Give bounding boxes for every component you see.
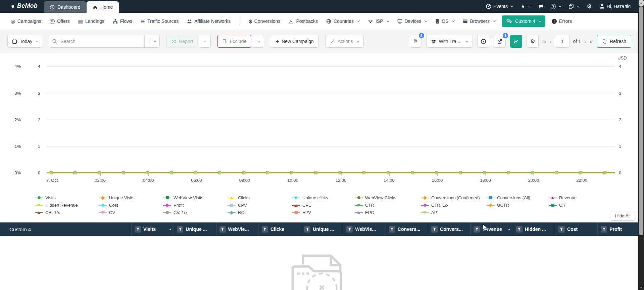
nav-browsers[interactable]: Browsers bbox=[461, 18, 497, 24]
refresh-button[interactable]: Refresh bbox=[597, 35, 631, 48]
nav-os[interactable]: OS bbox=[433, 18, 456, 24]
first-page-button[interactable]: « bbox=[543, 39, 546, 44]
scroll-down-arrow[interactable]: ▼ bbox=[638, 286, 644, 289]
vertical-scrollbar[interactable]: ▲ ▼ bbox=[638, 0, 644, 290]
legend-item-uctr[interactable]: UCTR bbox=[487, 202, 530, 209]
filter-icon[interactable] bbox=[558, 226, 565, 233]
tab-home[interactable]: Home bbox=[87, 1, 119, 13]
column-header-visits[interactable]: Visits▲ bbox=[131, 222, 174, 236]
legend-item-unique-clicks[interactable]: Unique clicks bbox=[292, 194, 328, 201]
legend-item-epv[interactable]: EPV bbox=[292, 209, 328, 216]
nav-offers[interactable]: $ Offers bbox=[48, 18, 72, 24]
legend-item-cpv[interactable]: CPV bbox=[228, 202, 250, 209]
legend-item-ctr-1-x[interactable]: CTR, 1/x bbox=[421, 202, 480, 209]
filter-icon[interactable] bbox=[135, 226, 141, 233]
search-input[interactable] bbox=[49, 35, 160, 48]
column-header-cost[interactable]: Cost bbox=[555, 222, 597, 236]
legend-item-clicks[interactable]: Clicks bbox=[228, 194, 250, 201]
nav-errors[interactable]: ! Errors bbox=[550, 18, 574, 24]
legend-item-cost[interactable]: Cost bbox=[99, 202, 135, 209]
nav-countries[interactable]: Countries bbox=[324, 18, 361, 24]
scroll-up-arrow[interactable]: ▲ bbox=[639, 0, 644, 6]
prev-page-button[interactable]: ‹ bbox=[550, 39, 552, 44]
legend-item-ctr[interactable]: CTR bbox=[355, 202, 396, 209]
column-header-clicks[interactable]: Clicks bbox=[258, 222, 301, 236]
legend-item-conversions-confirmed[interactable]: Conversions (Confirmed) bbox=[421, 194, 480, 201]
last-page-button[interactable]: » bbox=[590, 39, 593, 44]
legend-item-cr[interactable]: CR bbox=[549, 202, 577, 209]
nav-devices[interactable]: Devices bbox=[395, 18, 429, 24]
traffic-filter-dropdown[interactable]: With Tra... bbox=[426, 35, 473, 48]
column-header-convers[interactable]: Convers... bbox=[428, 222, 470, 236]
hide-all-button[interactable]: Hide All bbox=[611, 211, 635, 221]
events-menu[interactable]: Events bbox=[486, 4, 513, 9]
column-header-webvie[interactable]: WebVie... bbox=[216, 222, 258, 236]
nav-campaigns[interactable]: ◎ Campaigns bbox=[9, 18, 43, 24]
legend-item-epc[interactable]: EPC bbox=[355, 209, 396, 216]
nav-postbacks[interactable]: Postbacks bbox=[287, 18, 320, 24]
legend-item-webview-clicks[interactable]: WebView Clicks bbox=[355, 194, 396, 201]
legend-item-roi[interactable]: ROI bbox=[228, 209, 250, 216]
legend-item-cpc[interactable]: CPC bbox=[292, 202, 328, 209]
column-header-revenue[interactable]: Revenue▲ bbox=[470, 222, 512, 236]
favorites-menu[interactable]: ★ bbox=[521, 4, 531, 9]
table-settings-button[interactable]: ⚙ bbox=[527, 35, 539, 48]
docs-menu[interactable] bbox=[568, 4, 579, 9]
nav-isp[interactable]: ISP bbox=[366, 18, 391, 24]
legend-item-profit[interactable]: Profit bbox=[163, 202, 203, 209]
legend-item-cv[interactable]: CV bbox=[99, 209, 135, 216]
actions-button[interactable]: Actions bbox=[325, 35, 364, 48]
legend-item-cr-1-x[interactable]: CR, 1/x bbox=[35, 209, 78, 216]
report-dropdown-button[interactable] bbox=[199, 35, 211, 48]
tab-dashboard[interactable]: Dashboard bbox=[44, 1, 87, 13]
group-column-header[interactable]: Custom 4 bbox=[0, 222, 131, 236]
chat-button[interactable] bbox=[538, 4, 543, 9]
new-campaign-button[interactable]: + New Campaign bbox=[271, 35, 318, 48]
legend-item-conversions-all[interactable]: Conversions (All) bbox=[487, 194, 530, 201]
nav-traffic-sources[interactable]: ⊕ Traffic Sources bbox=[139, 18, 181, 24]
nav-custom-4[interactable]: ⚙⚙ Custom 4 bbox=[502, 15, 545, 27]
filter-icon[interactable] bbox=[389, 226, 395, 233]
column-header-webvie[interactable]: WebVie... bbox=[343, 222, 385, 236]
column-header-hidden[interactable]: Hidden ... bbox=[513, 222, 555, 236]
legend-item-ap[interactable]: AP bbox=[421, 209, 480, 216]
date-range-button[interactable]: Today bbox=[7, 35, 43, 48]
column-header-profit[interactable]: Profit bbox=[597, 222, 640, 236]
legend-item-visits[interactable]: Visits bbox=[35, 194, 78, 201]
export-button[interactable]: $ bbox=[494, 35, 506, 48]
column-header-convers[interactable]: Convers... bbox=[386, 222, 428, 236]
filter-icon[interactable] bbox=[262, 226, 268, 233]
search-type-dropdown[interactable]: T bbox=[144, 35, 160, 48]
nav-conversions[interactable]: $ Conversions bbox=[247, 18, 282, 24]
user-menu[interactable]: Hi, Наталія bbox=[599, 4, 631, 9]
legend-item-hidden-revenue[interactable]: Hidden Revenue bbox=[35, 202, 78, 209]
nav-affiliate-networks[interactable]: Affiliate Networks bbox=[185, 18, 233, 24]
exclude-dropdown-button[interactable] bbox=[252, 35, 264, 48]
next-page-button[interactable]: › bbox=[584, 39, 586, 44]
help-menu[interactable]: ? bbox=[551, 4, 561, 9]
bemob-logo[interactable]: BeMob bbox=[10, 2, 38, 9]
legend-item-cv-1-x[interactable]: CV, 1/x bbox=[163, 209, 203, 216]
filter-icon[interactable] bbox=[304, 226, 310, 233]
legend-item-webview-visits[interactable]: WebView Visits bbox=[163, 194, 203, 201]
filter-icon[interactable] bbox=[601, 226, 607, 233]
column-header-unique[interactable]: Unique ... bbox=[174, 222, 216, 236]
nav-landings[interactable]: ▤ Landings bbox=[76, 18, 106, 24]
chart-toggle-button[interactable] bbox=[510, 35, 522, 48]
report-button[interactable]: Report bbox=[166, 35, 198, 48]
page-number-input[interactable] bbox=[555, 35, 569, 48]
column-header-unique[interactable]: Unique ... bbox=[301, 222, 343, 236]
nav-flows[interactable]: Flows bbox=[111, 18, 135, 24]
legend-item-revenue[interactable]: Revenue bbox=[549, 194, 577, 201]
exclude-button[interactable]: Exclude bbox=[217, 35, 251, 48]
legend-item-unique-visits[interactable]: Unique Visits bbox=[99, 194, 135, 201]
filter-icon[interactable] bbox=[219, 226, 226, 233]
settings-button[interactable]: ⚙ bbox=[587, 4, 592, 9]
scrollbar-thumb[interactable] bbox=[639, 6, 643, 235]
filter-icon[interactable] bbox=[346, 226, 353, 233]
flag-filter-button[interactable]: ⚑ $ bbox=[410, 35, 422, 48]
filter-icon[interactable] bbox=[177, 226, 183, 233]
filter-icon[interactable] bbox=[431, 226, 438, 233]
filter-icon[interactable] bbox=[516, 226, 523, 233]
visibility-button[interactable] bbox=[477, 35, 489, 48]
